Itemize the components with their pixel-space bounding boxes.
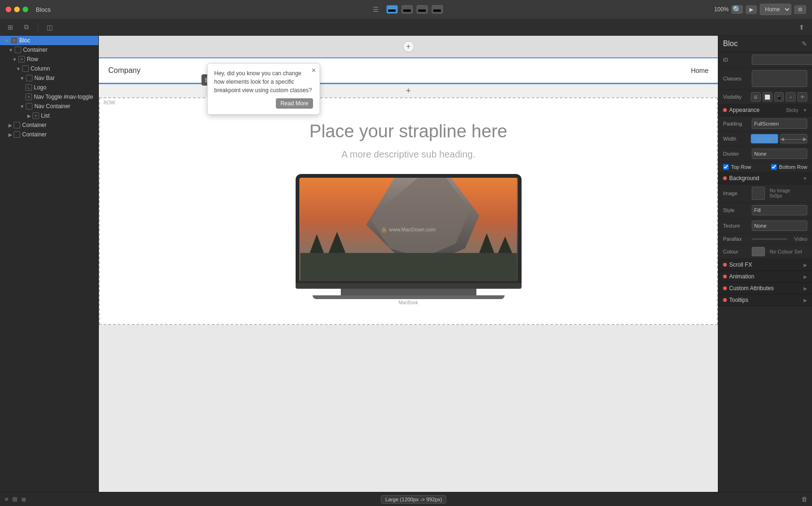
list-icon[interactable]: ≣: [21, 496, 26, 503]
tree-item-container2[interactable]: ▶ Container: [0, 120, 98, 130]
appearance-section[interactable]: Appearance Sticky ▼: [718, 104, 812, 116]
add-bloc-top-btn[interactable]: +: [403, 41, 414, 52]
maximize-button[interactable]: [23, 7, 28, 12]
background-section[interactable]: Background ▼: [718, 173, 812, 184]
menu-icon[interactable]: ≡: [5, 496, 8, 503]
padding-select[interactable]: FullScreen: [752, 119, 807, 129]
tree-item-column[interactable]: ▼ Column: [0, 64, 98, 73]
width-narrow-btn[interactable]: ◀——▶: [751, 134, 778, 143]
right-panel: Bloc ✎ ID Classes Visibility 🖥 ⬜ 📱 ▪ 👁 A…: [718, 36, 812, 492]
tree-item-list[interactable]: ▶ ≡ List: [0, 111, 98, 120]
tree-label-row: Row: [27, 56, 38, 63]
content-inner: Place your strapline here A more descrip…: [100, 107, 717, 324]
breakpoint-mobile[interactable]: ▬: [417, 5, 428, 14]
delete-icon[interactable]: 🗑: [801, 496, 807, 503]
nav-strip: Company Home: [99, 58, 718, 84]
video-label: Video: [794, 236, 807, 242]
tree-item-container1[interactable]: ▼ Container: [0, 45, 98, 55]
copy-icon[interactable]: ⧉: [20, 21, 33, 34]
style-label: Style: [723, 207, 749, 213]
tooltip-close-btn[interactable]: ×: [312, 66, 316, 75]
tree-item-logo[interactable]: L Logo: [0, 83, 98, 92]
tree-item-row[interactable]: ▼ ≡ Row: [0, 55, 98, 64]
texture-select[interactable]: None: [752, 221, 807, 231]
custom-attrs-section[interactable]: Custom Attributes ▶: [718, 283, 812, 294]
classes-input[interactable]: [752, 70, 807, 87]
background-label: Background: [729, 175, 800, 182]
tooltips-section[interactable]: Tooltips ▶: [718, 294, 812, 306]
list-icon: ≡: [32, 112, 39, 119]
search-icon[interactable]: 🔍: [732, 5, 743, 14]
canvas-top: +: [99, 36, 718, 58]
breakpoint-desktop[interactable]: ▬: [386, 5, 398, 14]
row-label: ROW: [100, 98, 717, 107]
id-input[interactable]: [752, 55, 812, 65]
vis-small-btn[interactable]: ▪: [786, 92, 796, 102]
background-dot: [723, 176, 727, 180]
id-row: ID: [718, 52, 812, 68]
parallax-label: Parallax: [723, 236, 749, 242]
tree-item-navcontainer[interactable]: ▼ Nav Container: [0, 102, 98, 111]
container2-icon: [14, 122, 20, 128]
minimize-button[interactable]: [14, 7, 20, 12]
tree-label-bloc: Bloc: [19, 37, 30, 44]
breakpoint-small[interactable]: ▬: [432, 5, 443, 14]
left-panel: ▼ B Bloc ▼ Container ▼ ≡ Row ▼ Column ▼ …: [0, 36, 99, 492]
tree-item-navbar[interactable]: ▼ Nav Bar: [0, 73, 98, 83]
scroll-fx-arrow: ▶: [804, 262, 807, 268]
read-more-btn[interactable]: Read More: [276, 98, 313, 109]
width-wide-btn[interactable]: ◀————▶: [780, 134, 807, 143]
settings-btn[interactable]: ⚙: [794, 5, 806, 14]
grid-icon[interactable]: ⊞: [12, 496, 17, 503]
bloc-icon: B: [11, 37, 17, 44]
column-icon: [22, 65, 29, 72]
animation-label: Animation: [729, 273, 801, 280]
tree-item-container3[interactable]: ▶ Container: [0, 130, 98, 139]
subheading-text: A more descriptive sub heading.: [109, 149, 707, 160]
style-select[interactable]: Fill: [752, 205, 807, 215]
tree-item-bloc[interactable]: ▼ B Bloc: [0, 36, 98, 45]
custom-attrs-arrow: ▶: [804, 286, 807, 291]
macbook-screen-inner: 🔒 www.MacDown.com: [299, 178, 518, 281]
titlebar: Blocs ☰ ▬ ▬ ▬ ▬ 100% 🔍 ▶ Home ⚙: [0, 0, 812, 19]
divider-row: Divider None: [718, 146, 812, 162]
panel-icon[interactable]: ◫: [43, 21, 56, 34]
tooltip-popup: × Hey, did you know you can change how e…: [207, 63, 320, 115]
svg-rect-3: [300, 253, 517, 281]
tree-item-navtoggle[interactable]: ≡ Nav Toggle #nav-toggle: [0, 92, 98, 102]
vis-tablet-btn[interactable]: ⬜: [763, 92, 772, 102]
layers-icon[interactable]: ⊞: [4, 21, 17, 34]
container1-icon: [15, 47, 21, 53]
animation-section[interactable]: Animation ▶: [718, 271, 812, 283]
top-row-checkbox[interactable]: [723, 164, 729, 170]
panel-title: Bloc: [723, 40, 738, 48]
image-preview[interactable]: [752, 187, 765, 200]
export-icon[interactable]: ⬆: [795, 21, 808, 34]
breakpoint-tablet[interactable]: ▬: [402, 5, 413, 14]
tree-label-navbar: Nav Bar: [34, 75, 55, 81]
scroll-fx-dot: [723, 263, 727, 267]
colour-value: No Colour Set: [770, 249, 807, 254]
divider-select[interactable]: None: [752, 149, 807, 159]
nav-icon: ☰: [370, 3, 383, 16]
scroll-fx-section[interactable]: Scroll FX ▶: [718, 259, 812, 271]
vis-eye-btn[interactable]: 👁: [797, 92, 807, 102]
appearance-arrow: ▼: [803, 108, 807, 113]
macbook-stand: [341, 289, 476, 295]
canvas-area: × Hey, did you know you can change how e…: [99, 36, 718, 492]
animation-dot: [723, 275, 727, 278]
preview-btn[interactable]: ▶: [746, 5, 757, 14]
close-button[interactable]: [6, 7, 11, 12]
add-row-btn[interactable]: +: [99, 84, 718, 97]
page-select[interactable]: Home: [760, 4, 791, 15]
panel-edit-icon[interactable]: ✎: [802, 40, 807, 47]
navbar-icon: [26, 75, 32, 81]
tree-label-container1: Container: [23, 47, 48, 53]
parallax-slider[interactable]: [752, 238, 788, 240]
tree-label-list: List: [41, 112, 50, 119]
bottom-row-checkbox[interactable]: [771, 164, 777, 170]
colour-preview[interactable]: [752, 247, 765, 256]
vis-desktop-btn[interactable]: 🖥: [751, 92, 761, 102]
vis-mobile-btn[interactable]: 📱: [774, 92, 784, 102]
texture-row: Texture None: [718, 218, 812, 234]
